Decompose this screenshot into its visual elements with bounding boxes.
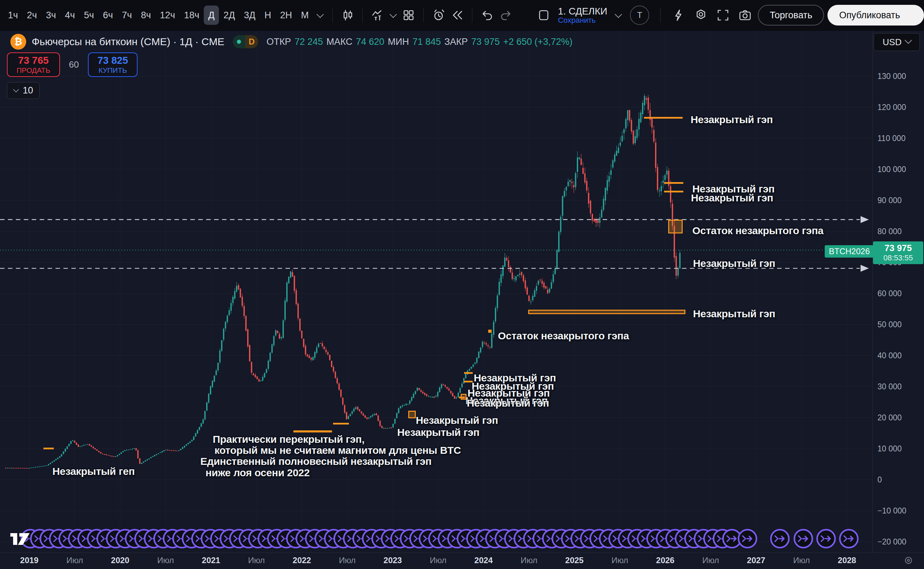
timeframe-group: 1ч2ч3ч4ч5ч6ч7ч8ч12ч18чД2Д3ДН2НМ	[0, 6, 515, 25]
quantity-stepper[interactable]: 10	[7, 82, 40, 99]
publish-button[interactable]: Опубликовать	[827, 5, 924, 26]
spread-value: 60	[69, 59, 79, 70]
timeframe-button-3ч[interactable]: 3ч	[41, 6, 60, 25]
timeframe-button-5ч[interactable]: 5ч	[79, 6, 98, 25]
timeframe-button-Д[interactable]: Д	[204, 6, 219, 25]
gap-annotation-text[interactable]: Единственный полновесный незакрытый гэп	[200, 456, 432, 467]
snapshot-camera-icon[interactable]	[736, 6, 754, 24]
undo-icon[interactable]	[478, 6, 497, 24]
gap-annotation-text[interactable]: Незакрытый гэп	[416, 414, 498, 426]
replay-icon[interactable]	[448, 6, 467, 24]
low-value: 71 845	[412, 37, 441, 47]
gap-level-marker[interactable]	[333, 423, 349, 424]
time-tick-label: 2019	[20, 555, 38, 565]
timeframe-button-2ч[interactable]: 2ч	[23, 6, 41, 25]
gap-zone-marker[interactable]	[528, 310, 685, 314]
time-tick-label: 2023	[383, 555, 402, 565]
gap-annotation-text[interactable]: Остаток незакрытого гэпа	[692, 225, 823, 237]
time-tick-label: 2024	[474, 555, 493, 565]
timeframe-button-3Д[interactable]: 3Д	[240, 6, 260, 25]
timeframe-button-4ч[interactable]: 4ч	[60, 6, 79, 25]
layout-chevron-icon[interactable]	[612, 6, 625, 24]
gap-annotation-text[interactable]: Незакрытый гэп	[693, 258, 775, 269]
layout-square-icon[interactable]	[534, 6, 553, 24]
price-chart[interactable]	[0, 0, 924, 569]
gap-annotation-text[interactable]: Остаток незакрытого гэпа	[498, 330, 629, 342]
time-axis[interactable]: 2019Июл2020Июл2021Июл2022Июл2023Июл2024И…	[0, 552, 924, 569]
gap-annotation-text[interactable]: Практически перекрытый гэп,	[213, 434, 365, 445]
time-tick-label: 2022	[293, 555, 311, 565]
event-marker-icon[interactable]	[817, 530, 835, 548]
save-layout-link[interactable]: Сохранить	[558, 16, 596, 24]
gap-annotation-text[interactable]: Незакрытый гэп	[397, 427, 480, 438]
gap-zone-marker[interactable]	[408, 411, 416, 418]
indicators-chevron-icon[interactable]	[387, 6, 399, 24]
gap-annotation-text[interactable]: Незакрытый геп	[52, 466, 135, 477]
timeframe-button-6ч[interactable]: 6ч	[98, 6, 117, 25]
gap-level-marker[interactable]	[488, 330, 492, 333]
indicators-icon[interactable]	[368, 6, 387, 24]
sell-button[interactable]: 73 765 ПРОДАТЬ	[7, 52, 60, 77]
gap-annotation-text[interactable]: Незакрытый гэп	[467, 397, 549, 409]
divider	[332, 8, 333, 23]
gap-level-marker[interactable]	[644, 117, 683, 119]
currency-label: USD	[883, 37, 901, 47]
currency-selector[interactable]: USD	[874, 33, 920, 51]
price-axis[interactable]: 130 000120 000110 000100 00090 00080 000…	[872, 30, 924, 552]
gap-level-marker[interactable]	[43, 447, 54, 449]
gap-annotation-text[interactable]: Незакрытый гэп	[691, 114, 773, 126]
fullscreen-icon[interactable]	[714, 6, 732, 24]
symbol-title[interactable]: Фьючерсы на биткоин (CME) · 1Д · CME	[32, 36, 225, 47]
avatar[interactable]: Т	[630, 6, 649, 25]
market-status-pill[interactable]: D	[233, 35, 258, 48]
gap-level-marker[interactable]	[464, 381, 473, 382]
layout-grid-icon[interactable]	[399, 6, 418, 24]
gap-annotation-text[interactable]: ниже лоя осени 2022	[205, 467, 310, 479]
gap-annotation-text[interactable]: Незакрытый гэп	[693, 308, 775, 319]
time-tick-label: Июл	[793, 555, 810, 565]
gap-annotation-text[interactable]: Незакрытый гэп	[691, 192, 774, 204]
timeframe-button-18ч[interactable]: 18ч	[179, 6, 204, 25]
timeframe-button-12ч[interactable]: 12ч	[155, 6, 179, 25]
price-tick-label: 90 000	[877, 196, 901, 205]
gap-zone-marker[interactable]	[460, 394, 467, 400]
event-marker-icon[interactable]	[739, 530, 757, 548]
price-tick-label: 10 000	[877, 444, 901, 453]
event-marker-icon[interactable]	[771, 530, 789, 548]
last-price-badge[interactable]: 73 975 08:53:55	[873, 241, 923, 264]
gap-level-marker[interactable]	[664, 191, 683, 192]
buy-button[interactable]: 73 825 КУПИТЬ	[88, 52, 138, 77]
event-marker-icon[interactable]	[840, 530, 858, 548]
trade-button[interactable]: Торговать	[758, 5, 824, 26]
price-tick-label: 50 000	[877, 320, 901, 329]
gap-level-marker[interactable]	[293, 431, 332, 432]
close-value: 73 975	[471, 37, 500, 47]
alert-icon[interactable]	[429, 6, 448, 24]
redo-icon[interactable]	[497, 6, 515, 24]
gap-level-marker[interactable]	[664, 182, 683, 184]
timeframe-button-7ч[interactable]: 7ч	[117, 6, 137, 25]
chevron-down-icon	[905, 37, 912, 44]
timeframe-button-1ч[interactable]: 1ч	[3, 6, 23, 25]
change-value: +2 650 (+3,72%)	[503, 37, 572, 47]
event-marker-icon[interactable]	[794, 530, 812, 548]
timeframe-button-М[interactable]: М	[296, 6, 313, 25]
timeframe-button-2Н[interactable]: 2Н	[275, 6, 296, 25]
timeframe-button-2Д[interactable]: 2Д	[219, 6, 239, 25]
axis-settings-icon[interactable]	[903, 555, 914, 567]
quick-actions-lightning-icon[interactable]	[670, 6, 688, 24]
gap-zone-marker[interactable]	[668, 220, 683, 233]
layout-name[interactable]: 1. СДЕЛКИ	[558, 6, 607, 16]
contract-label-badge[interactable]: BTCH2026	[825, 245, 874, 258]
timeframe-button-Н[interactable]: Н	[260, 6, 276, 25]
timeframe-button-8ч[interactable]: 8ч	[137, 6, 155, 25]
settings-gear-icon[interactable]	[691, 6, 710, 24]
candlestick-style-icon[interactable]	[338, 6, 357, 24]
price-tick-label: 130 000	[877, 72, 906, 81]
gap-annotation-text[interactable]: который мы не считаем магнитом для цены …	[214, 444, 461, 456]
timeframe-expand-chevron-icon[interactable]	[313, 6, 327, 24]
price-tick-label: −10 000	[877, 506, 906, 516]
layout-selector[interactable]: 1. СДЕЛКИ Сохранить	[558, 6, 607, 24]
divider	[423, 8, 424, 23]
gap-level-marker[interactable]	[464, 372, 473, 374]
